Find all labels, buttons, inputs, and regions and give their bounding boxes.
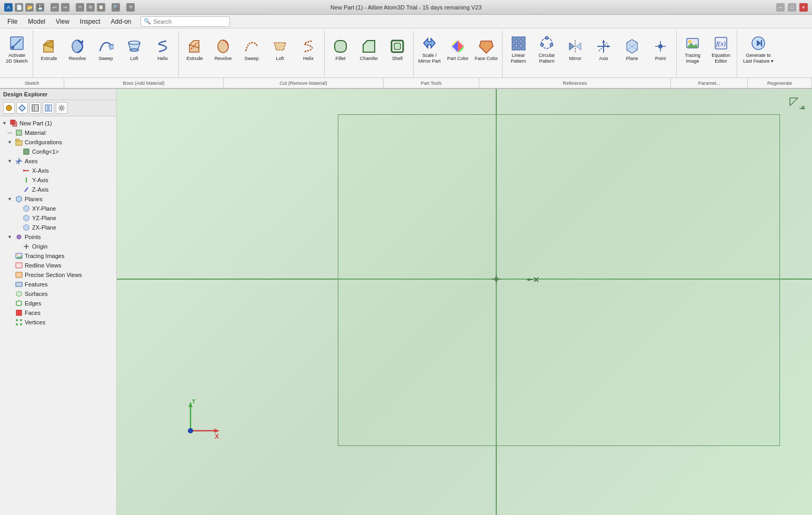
viewport[interactable]: Y X bbox=[117, 89, 812, 515]
tree-item-yaxis[interactable]: Y-Axis bbox=[0, 175, 116, 185]
mirror-button[interactable]: Mirror bbox=[562, 31, 589, 68]
axis-button[interactable]: Axis bbox=[590, 31, 617, 68]
extrude-cut-button[interactable]: Extrude bbox=[181, 31, 208, 68]
zoom-icon[interactable]: 🔍 bbox=[112, 3, 120, 12]
chamfer-button[interactable]: Chamfer bbox=[355, 31, 383, 68]
helix-cut-button[interactable]: Helix bbox=[295, 31, 322, 68]
svg-rect-97 bbox=[16, 310, 22, 315]
sidebar-gear-button[interactable] bbox=[56, 102, 67, 114]
svg-rect-65 bbox=[49, 105, 52, 111]
sidebar-table-button[interactable] bbox=[29, 102, 41, 114]
tree-item-part[interactable]: ▼ New Part (1) bbox=[0, 118, 116, 128]
copy-icon[interactable]: ⧉ bbox=[86, 3, 95, 12]
undo2-icon[interactable]: ⟲ bbox=[126, 3, 135, 12]
revolve-boss-button[interactable]: Revolve bbox=[64, 31, 91, 68]
tree-item-xaxis[interactable]: X-Axis bbox=[0, 166, 116, 175]
minimize-button[interactable]: ─ bbox=[776, 3, 785, 12]
tree-item-xyplane[interactable]: XY-Plane bbox=[0, 204, 116, 213]
undo-icon[interactable]: ↩ bbox=[51, 3, 59, 12]
tree-item-yzplane[interactable]: YZ-Plane bbox=[0, 213, 116, 223]
menu-file[interactable]: File bbox=[2, 16, 23, 27]
plane-button[interactable]: Plane bbox=[618, 31, 646, 68]
tree-item-axes[interactable]: ▼ Axes bbox=[0, 156, 116, 166]
tree-item-planes[interactable]: ▼ Planes bbox=[0, 194, 116, 204]
new-icon[interactable]: 📄 bbox=[15, 3, 23, 12]
tree-item-zxplane[interactable]: ZX-Plane bbox=[0, 223, 116, 232]
xaxis-icon bbox=[22, 166, 31, 175]
section-references: References bbox=[479, 78, 671, 88]
expand-axes[interactable]: ▼ bbox=[7, 159, 15, 164]
maximize-button[interactable]: □ bbox=[788, 3, 796, 12]
tree-item-features[interactable]: Features bbox=[0, 280, 116, 289]
revolve-cut-button[interactable]: Revolve bbox=[209, 31, 237, 68]
tree-item-surfaces[interactable]: Surfaces bbox=[0, 289, 116, 299]
tree-item-edges[interactable]: Edges bbox=[0, 299, 116, 308]
svg-text:X: X bbox=[215, 433, 219, 440]
tree-item-zaxis[interactable]: Z-Axis bbox=[0, 185, 116, 194]
revolve-boss-label: Revolve bbox=[69, 56, 86, 62]
tree-item-precise-section-views[interactable]: Precise Section Views bbox=[0, 270, 116, 280]
loft-boss-button[interactable]: Loft bbox=[121, 31, 148, 68]
open-icon[interactable]: 📂 bbox=[25, 3, 34, 12]
svg-point-35 bbox=[540, 43, 544, 46]
window-controls[interactable]: ─ □ ✕ bbox=[776, 3, 808, 12]
tree-item-faces[interactable]: Faces bbox=[0, 308, 116, 318]
close-button[interactable]: ✕ bbox=[799, 3, 808, 12]
expand-part[interactable]: ▼ bbox=[2, 121, 9, 126]
nav-widget[interactable] bbox=[779, 95, 806, 122]
svg-marker-59 bbox=[19, 105, 25, 111]
axes-icon bbox=[15, 157, 23, 165]
generate-last-feature-button[interactable]: Generate toLast Feature ▾ bbox=[739, 31, 777, 68]
expand-points[interactable]: ▼ bbox=[7, 234, 15, 240]
fillet-button[interactable]: Fillet bbox=[327, 31, 354, 68]
sidebar-toolbar bbox=[0, 100, 116, 116]
circular-pattern-button[interactable]: CircularPattern bbox=[533, 31, 560, 68]
edges-label: Edges bbox=[25, 300, 41, 306]
sidebar-diamond-button[interactable] bbox=[16, 102, 28, 114]
menu-model[interactable]: Model bbox=[23, 16, 51, 27]
sidebar-split-button[interactable] bbox=[43, 102, 54, 114]
tree-item-origin[interactable]: Origin bbox=[0, 242, 116, 251]
equation-editor-button[interactable]: f(x) EquationEditor bbox=[707, 31, 735, 68]
tree-item-vertices[interactable]: Vertices bbox=[0, 318, 116, 327]
svg-marker-38 bbox=[576, 43, 581, 50]
sidebar-circle-button[interactable] bbox=[3, 102, 15, 114]
chamfer-icon bbox=[360, 38, 377, 55]
planes-label: Planes bbox=[25, 196, 43, 202]
helix-boss-button[interactable]: Helix bbox=[149, 31, 176, 68]
sweep-boss-button[interactable]: Sweep bbox=[92, 31, 119, 68]
expand-planes[interactable]: ▼ bbox=[7, 196, 15, 202]
activate-sketch-button[interactable]: Activate2D Sketch bbox=[3, 31, 31, 68]
search-input[interactable] bbox=[153, 18, 227, 25]
tree-item-points[interactable]: ▼ Points bbox=[0, 232, 116, 242]
save-icon[interactable]: 💾 bbox=[36, 3, 44, 12]
tree-item-redline-views[interactable]: Redline Views bbox=[0, 261, 116, 270]
search-box[interactable]: 🔍 bbox=[141, 16, 230, 27]
tree-item-config1[interactable]: Config<1> bbox=[0, 147, 116, 156]
paste-icon[interactable]: 📋 bbox=[97, 3, 105, 12]
circular-pattern-label: CircularPattern bbox=[538, 53, 555, 64]
cut-icon[interactable]: ✂ bbox=[76, 3, 84, 12]
menu-addon[interactable]: Add-on bbox=[106, 16, 137, 27]
part-color-button[interactable]: Part Color bbox=[444, 31, 472, 68]
face-color-button[interactable]: Face Color bbox=[473, 31, 500, 68]
linear-pattern-button[interactable]: LinearPattern bbox=[505, 31, 532, 68]
surfaces-icon bbox=[15, 290, 23, 298]
scale-mirror-button[interactable]: Scale /Mirror Part bbox=[416, 31, 443, 68]
menu-inspect[interactable]: Inspect bbox=[75, 16, 106, 27]
shell-button[interactable]: Shell bbox=[384, 31, 411, 68]
point-button[interactable]: Point bbox=[647, 31, 674, 68]
redo-icon[interactable]: ↪ bbox=[61, 3, 69, 12]
tree-item-configurations[interactable]: ▼ Configurations bbox=[0, 137, 116, 147]
loft-cut-button[interactable]: Loft bbox=[266, 31, 294, 68]
tree-item-tracing-images[interactable]: Tracing Images bbox=[0, 251, 116, 261]
extrude-boss-button[interactable]: Extrude bbox=[35, 31, 63, 68]
sweep-cut-button[interactable]: Sweep bbox=[238, 31, 265, 68]
expand-configs[interactable]: ▼ bbox=[7, 140, 15, 145]
tracing-image-button[interactable]: TracingImage bbox=[679, 31, 706, 68]
features-label: Features bbox=[25, 281, 47, 288]
svg-rect-30 bbox=[517, 46, 520, 50]
menu-view[interactable]: View bbox=[51, 16, 75, 27]
section-regenerate: Regenerate bbox=[748, 78, 812, 88]
tree-item-material[interactable]: — Material: bbox=[0, 128, 116, 137]
